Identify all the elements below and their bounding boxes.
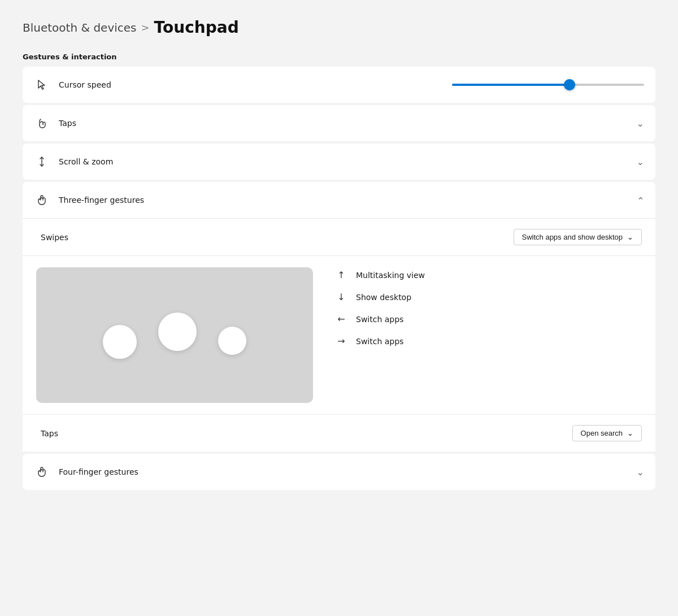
gesture-arrow-3: → [336, 336, 347, 346]
four-finger-chevron-icon: ⌄ [637, 467, 644, 478]
three-finger-icon [34, 194, 50, 206]
cursor-speed-slider-wrap [356, 84, 644, 86]
three-finger-header[interactable]: Three-finger gestures ⌄ [23, 182, 655, 218]
swipes-dropdown[interactable]: Switch apps and show desktop ⌄ [514, 229, 642, 245]
gesture-list: ↑ Multitasking view ↓ Show desktop ← Swi… [336, 267, 642, 346]
cursor-speed-icon [34, 79, 50, 91]
taps-row[interactable]: Taps ⌄ [23, 105, 655, 141]
gesture-label-3: Switch apps [356, 337, 403, 346]
gesture-arrow-2: ← [336, 314, 347, 324]
taps-dropdown[interactable]: Open search ⌄ [572, 425, 642, 441]
scroll-zoom-icon [34, 155, 50, 168]
gesture-arrow-0: ↑ [336, 270, 347, 280]
swipes-label: Swipes [41, 233, 514, 242]
three-finger-taps-row: Taps Open search ⌄ [23, 415, 655, 452]
gesture-item-3: → Switch apps [336, 336, 642, 346]
gesture-label-2: Switch apps [356, 315, 403, 324]
three-finger-card: Three-finger gestures ⌄ Swipes Switch ap… [23, 182, 655, 452]
scroll-zoom-label: Scroll & zoom [59, 157, 628, 166]
taps-dropdown-value: Open search [581, 429, 623, 437]
swipes-row: Swipes Switch apps and show desktop ⌄ [23, 219, 655, 256]
four-finger-card: Four-finger gestures ⌄ [23, 454, 655, 490]
swipes-dropdown-chevron-icon: ⌄ [627, 233, 633, 241]
gestures-section-label: Gestures & interaction [23, 53, 655, 61]
gesture-label-1: Show desktop [356, 293, 411, 302]
breadcrumb-current: Touchpad [154, 18, 239, 37]
three-finger-taps-label: Taps [41, 429, 572, 438]
cursor-speed-label: Cursor speed [59, 80, 347, 89]
four-finger-label: Four-finger gestures [59, 467, 628, 476]
scroll-zoom-row[interactable]: Scroll & zoom ⌄ [23, 144, 655, 180]
taps-chevron-icon: ⌄ [637, 118, 644, 129]
gesture-demo-area: ↑ Multitasking view ↓ Show desktop ← Swi… [23, 256, 655, 415]
three-finger-expanded: Swipes Switch apps and show desktop ⌄ ↑ … [23, 218, 655, 452]
taps-label: Taps [59, 119, 628, 128]
finger-dot-3 [218, 327, 246, 355]
gesture-arrow-1: ↓ [336, 292, 347, 302]
gesture-item-2: ← Switch apps [336, 314, 642, 324]
breadcrumb: Bluetooth & devices > Touchpad [23, 18, 655, 37]
gesture-item-0: ↑ Multitasking view [336, 270, 642, 280]
breadcrumb-separator: > [141, 21, 150, 33]
gesture-item-1: ↓ Show desktop [336, 292, 642, 302]
four-finger-icon [34, 466, 50, 478]
taps-card: Taps ⌄ [23, 105, 655, 141]
three-finger-chevron-icon: ⌄ [637, 195, 644, 206]
breadcrumb-parent[interactable]: Bluetooth & devices [23, 21, 137, 34]
taps-dropdown-chevron-icon: ⌄ [627, 429, 633, 437]
touchpad-visual [36, 267, 313, 403]
finger-dot-1 [103, 325, 137, 359]
gesture-label-0: Multitasking view [356, 271, 425, 280]
three-finger-label: Three-finger gestures [59, 196, 628, 205]
cursor-speed-slider[interactable] [452, 84, 644, 86]
four-finger-header[interactable]: Four-finger gestures ⌄ [23, 454, 655, 490]
finger-dot-2 [158, 313, 197, 351]
scroll-zoom-chevron-icon: ⌄ [637, 157, 644, 167]
scroll-zoom-card: Scroll & zoom ⌄ [23, 144, 655, 180]
cursor-speed-card: Cursor speed [23, 67, 655, 103]
cursor-speed-row: Cursor speed [23, 67, 655, 103]
swipes-dropdown-value: Switch apps and show desktop [522, 233, 623, 241]
taps-icon [34, 117, 50, 129]
